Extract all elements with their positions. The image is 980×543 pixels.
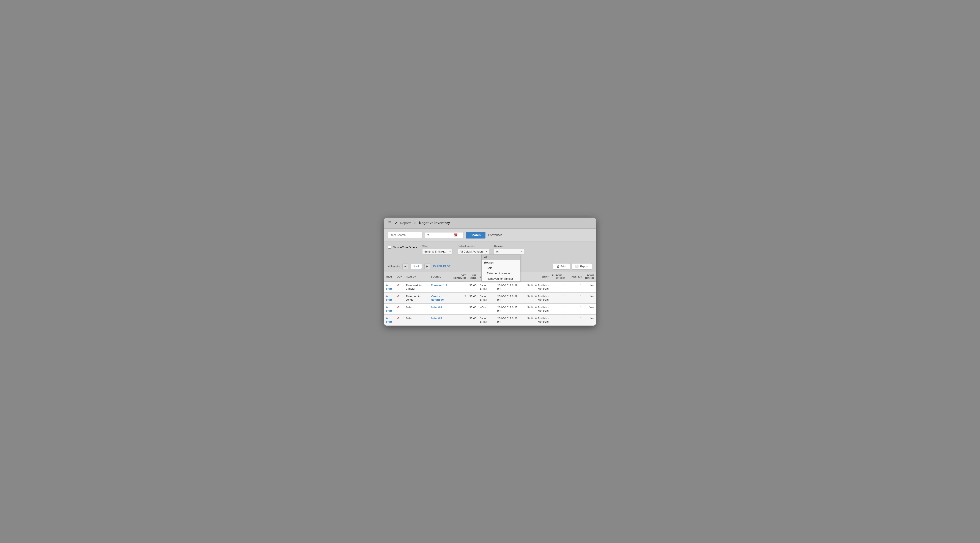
- breadcrumb-separator: >: [414, 221, 416, 224]
- cell-qoh: -5: [395, 281, 404, 292]
- main-window: ☰ ✔ Reports > Negative inventory 📅 Searc…: [384, 218, 596, 325]
- vendor-label: Default Vendor: [458, 245, 489, 248]
- cell-purchase-order[interactable]: 1: [550, 314, 566, 325]
- title-bar: ☰ ✔ Reports > Negative inventory: [384, 218, 596, 229]
- cell-datetime: 26/06/2019 3:29 pm: [495, 281, 521, 292]
- breadcrumb-parent[interactable]: Reports: [400, 221, 412, 225]
- cell-reason: Returned to vendor: [404, 292, 429, 303]
- export-label: Export: [580, 265, 588, 268]
- cell-item[interactable]: t-shirt: [384, 292, 395, 303]
- cell-shop: Smith & Smith's - Montreal: [521, 314, 550, 325]
- col-item[interactable]: ITEM: [384, 272, 395, 282]
- cell-ecom-order: Yes: [584, 303, 596, 314]
- cell-employee: Jane Smith: [478, 281, 496, 292]
- reason-select-wrapper: All: [494, 249, 524, 254]
- cell-transfer[interactable]: 1: [566, 281, 583, 292]
- cell-item[interactable]: t-shirt: [384, 303, 395, 314]
- cell-unit-cost: $5.00: [468, 281, 478, 292]
- reason-dropdown-returned[interactable]: Returned to vendor: [482, 271, 520, 276]
- cell-datetime: 26/06/2019 3:27 pm: [495, 303, 521, 314]
- page-title: Negative inventory: [419, 221, 450, 225]
- reason-label: Reason: [494, 245, 524, 248]
- cell-reason: Sale: [404, 314, 429, 325]
- col-ecom-order[interactable]: ECOMORDER: [584, 272, 596, 282]
- cell-employee: Jane Smith: [478, 314, 496, 325]
- table-row: t-shirt -5 Sale Sale #68 1 $5.00 eCom 26…: [384, 303, 596, 314]
- cell-reason: Removed for transfer: [404, 281, 429, 292]
- cell-ecom-order: No: [584, 292, 596, 303]
- col-qty-removed[interactable]: QTYREMOVED: [452, 272, 468, 282]
- filter-bar: Show eCom Orders Shop Smith & Smith◆... …: [384, 242, 596, 261]
- reason-dropdown: All Reason Sale Returned to vendor Remov…: [481, 254, 520, 282]
- print-icon: 🖨: [557, 265, 559, 268]
- cell-purchase-order[interactable]: 1: [550, 281, 566, 292]
- cell-transfer[interactable]: 1: [566, 314, 583, 325]
- col-source[interactable]: SOURCE: [429, 272, 452, 282]
- cell-reason: Sale: [404, 303, 429, 314]
- date-input-wrapper: 📅: [425, 232, 464, 238]
- table-row: t-shirt -5 Removed for transfer Transfer…: [384, 281, 596, 292]
- cell-purchase-order[interactable]: 1: [550, 303, 566, 314]
- cell-datetime: 26/06/2019 3:29 pm: [495, 292, 521, 303]
- cell-ecom-order: No: [584, 314, 596, 325]
- reason-filter-group: Reason All All Reason Sale Returned to v…: [494, 245, 524, 254]
- show-ecom-text: Show eCom Orders: [393, 246, 417, 249]
- cell-purchase-order[interactable]: 1: [550, 292, 566, 303]
- date-to-input[interactable]: [427, 233, 453, 237]
- cell-transfer[interactable]: 1: [566, 292, 583, 303]
- print-label: Print: [560, 265, 566, 268]
- chevron-down-icon: ▾: [488, 233, 489, 237]
- cell-shop: Smith & Smith's - Montreal: [521, 292, 550, 303]
- shop-filter-group: Shop Smith & Smith◆...: [422, 245, 452, 254]
- search-button[interactable]: Search: [466, 232, 485, 238]
- reason-dropdown-all[interactable]: All: [482, 254, 520, 260]
- cell-qty-removed: 1: [452, 281, 468, 292]
- cell-source[interactable]: Vendor Return #6: [429, 292, 452, 303]
- brand-icon: ✔: [395, 221, 398, 225]
- cell-qty-removed: 1: [452, 314, 468, 325]
- col-transfer[interactable]: TRANSFER: [566, 272, 583, 282]
- cell-qty-removed: 1: [452, 303, 468, 314]
- reason-dropdown-sale[interactable]: Sale: [482, 265, 520, 271]
- reason-select[interactable]: All: [494, 249, 524, 254]
- next-page-button[interactable]: ▶: [425, 264, 430, 269]
- cell-qoh: -5: [395, 292, 404, 303]
- export-icon: 📊: [575, 265, 579, 268]
- show-ecom-checkbox[interactable]: [388, 246, 391, 249]
- show-ecom-label[interactable]: Show eCom Orders: [388, 246, 417, 249]
- cell-ecom-order: No: [584, 281, 596, 292]
- shop-select-wrapper: Smith & Smith◆...: [422, 249, 452, 254]
- cell-shop: Smith & Smith's - Montreal: [521, 303, 550, 314]
- prev-page-button[interactable]: ◀: [402, 264, 408, 269]
- cell-qty-removed: 2: [452, 292, 468, 303]
- table-row: t-shirt -5 Returned to vendor Vendor Ret…: [384, 292, 596, 303]
- results-count: 4 Results: [388, 265, 400, 268]
- cell-unit-cost: $5.00: [468, 292, 478, 303]
- per-page-label[interactable]: 15 PER PAGE: [433, 265, 450, 268]
- advanced-button[interactable]: ▾ Advanced: [488, 233, 503, 237]
- calendar-icon[interactable]: 📅: [454, 233, 458, 237]
- hamburger-icon[interactable]: ☰: [388, 221, 391, 225]
- col-purchase-order[interactable]: PURCHA...ORDER: [550, 272, 566, 282]
- reason-dropdown-header: Reason: [482, 260, 520, 265]
- cell-source[interactable]: Sale #67: [429, 314, 452, 325]
- col-shop[interactable]: SHOP: [521, 272, 550, 282]
- cell-source[interactable]: Sale #68: [429, 303, 452, 314]
- cell-transfer[interactable]: 1: [566, 303, 583, 314]
- cell-item[interactable]: t-shirt: [384, 281, 395, 292]
- cell-qoh: -5: [395, 303, 404, 314]
- reason-dropdown-removed[interactable]: Removed for transfer: [482, 276, 520, 281]
- shop-select[interactable]: Smith & Smith◆...: [422, 249, 452, 254]
- cell-item[interactable]: t-shirt: [384, 314, 395, 325]
- cell-source[interactable]: Transfer #18: [429, 281, 452, 292]
- table-row: t-shirt -5 Sale Sale #67 1 $5.00 Jane Sm…: [384, 314, 596, 325]
- action-buttons: 🖨 Print 📊 Export: [553, 263, 592, 270]
- export-button[interactable]: 📊 Export: [571, 263, 592, 270]
- item-search-input[interactable]: [388, 232, 423, 238]
- cell-unit-cost: $5.00: [468, 303, 478, 314]
- print-button[interactable]: 🖨 Print: [553, 263, 570, 270]
- vendor-select[interactable]: All Default Vendors: [458, 249, 489, 254]
- col-qoh[interactable]: QOH: [395, 272, 404, 282]
- col-unit-cost[interactable]: UNITCOST: [468, 272, 478, 282]
- col-reason[interactable]: REASON: [404, 272, 429, 282]
